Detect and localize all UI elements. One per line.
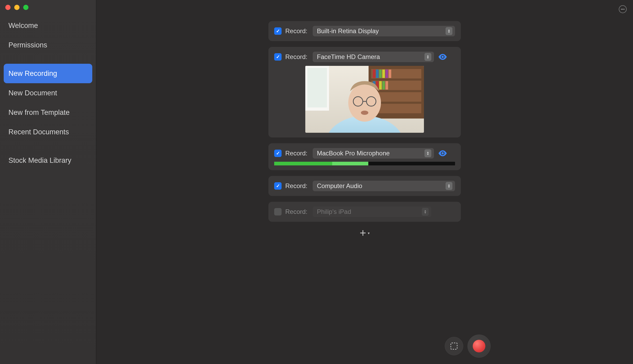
crop-area-button[interactable] <box>445 337 463 355</box>
updown-icon: ▲▼ <box>424 149 431 157</box>
updown-icon: ▲▼ <box>422 208 429 216</box>
record-label: Record: <box>285 53 309 61</box>
updown-icon: ▲▼ <box>446 182 452 190</box>
sidebar-item-label: Welcome <box>8 22 38 30</box>
sidebar-item-label: Stock Media Library <box>8 156 71 165</box>
svg-rect-11 <box>389 70 391 78</box>
record-label: Record: <box>285 208 309 215</box>
mic-level-meter <box>274 162 455 165</box>
updown-icon: ▲▼ <box>424 53 431 61</box>
recording-controls <box>445 335 491 358</box>
svg-rect-2 <box>371 69 421 78</box>
updown-icon: ▲▼ <box>446 27 452 35</box>
sidebar-item-label: New Document <box>8 89 57 97</box>
record-label: Record: <box>285 182 309 190</box>
sidebar-item-new-from-template[interactable]: New from Template <box>4 103 92 122</box>
close-window-button[interactable] <box>5 5 11 10</box>
sidebar-item-label: New from Template <box>8 109 70 117</box>
svg-rect-18 <box>307 68 327 107</box>
sidebar-item-recent-documents[interactable]: Recent Documents <box>4 122 92 142</box>
source-select-value: MacBook Pro Microphone <box>317 150 390 157</box>
source-select-value: Built-in Retina Display <box>317 27 379 35</box>
sidebar-item-new-document[interactable]: New Document <box>4 83 92 103</box>
svg-rect-10 <box>385 70 388 78</box>
ellipsis-icon: ••• <box>621 7 625 11</box>
svg-rect-7 <box>376 70 379 78</box>
more-options-button[interactable]: ••• <box>619 5 627 13</box>
svg-rect-9 <box>382 70 385 78</box>
zoom-window-button[interactable] <box>23 5 28 10</box>
main-panel: ••• ✓ Record: Built-in Retina Display ▲▼… <box>96 0 633 364</box>
preview-toggle-microphone[interactable] <box>438 148 448 158</box>
svg-rect-3 <box>371 81 421 90</box>
source-select-value: FaceTime HD Camera <box>317 53 380 61</box>
svg-rect-26 <box>451 343 457 349</box>
recording-sources: ✓ Record: Built-in Retina Display ▲▼ ✓ R… <box>268 21 461 239</box>
sidebar-item-label: New Recording <box>8 70 57 78</box>
minimize-window-button[interactable] <box>14 5 20 10</box>
record-label: Record: <box>285 27 309 35</box>
source-select-ipad[interactable]: Philip's iPad ▲▼ <box>313 206 431 217</box>
source-select-microphone[interactable]: MacBook Pro Microphone ▲▼ <box>313 148 434 159</box>
sidebar-item-stock-media-library[interactable]: Stock Media Library <box>4 151 92 170</box>
record-checkbox-camera[interactable]: ✓ <box>274 53 282 61</box>
svg-point-25 <box>361 111 368 115</box>
source-card-computer-audio: ✓ Record: Computer Audio ▲▼ <box>268 176 461 196</box>
sidebar-item-label: Permissions <box>8 41 47 49</box>
source-select-camera[interactable]: FaceTime HD Camera ▲▼ <box>313 52 434 62</box>
source-select-value: Computer Audio <box>317 182 362 190</box>
sidebar-item-welcome[interactable]: Welcome <box>4 16 92 35</box>
preview-toggle-camera[interactable] <box>438 52 448 62</box>
svg-rect-8 <box>379 70 382 78</box>
eye-icon <box>438 150 447 156</box>
record-checkbox-computer-audio[interactable]: ✓ <box>274 182 282 190</box>
sidebar-item-permissions[interactable]: Permissions <box>4 35 92 55</box>
source-select-value: Philip's iPad <box>317 208 351 215</box>
record-icon <box>473 340 485 352</box>
source-card-screen: ✓ Record: Built-in Retina Display ▲▼ <box>268 21 461 41</box>
start-recording-button[interactable] <box>467 335 491 358</box>
source-card-camera: ✓ Record: FaceTime HD Camera ▲▼ <box>268 47 461 137</box>
sidebar-item-label: Recent Documents <box>8 128 69 136</box>
svg-rect-15 <box>382 81 385 90</box>
eye-icon <box>438 54 447 60</box>
camera-preview-image <box>305 66 424 133</box>
source-select-screen[interactable]: Built-in Retina Display ▲▼ <box>313 26 455 36</box>
window-controls <box>4 2 92 16</box>
source-select-computer-audio[interactable]: Computer Audio ▲▼ <box>313 181 455 191</box>
sidebar: Welcome Permissions New Recording New Do… <box>0 0 96 364</box>
record-label: Record: <box>285 150 309 157</box>
svg-rect-16 <box>385 81 388 90</box>
svg-rect-14 <box>379 81 382 90</box>
selection-crop-icon <box>449 341 459 351</box>
record-checkbox-microphone[interactable]: ✓ <box>274 150 282 157</box>
plus-icon: + <box>360 228 366 239</box>
chevron-down-icon: ▾ <box>368 231 370 235</box>
record-checkbox-screen[interactable]: ✓ <box>274 27 282 35</box>
record-checkbox-ipad[interactable] <box>274 208 282 215</box>
svg-rect-6 <box>373 70 375 78</box>
sidebar-item-new-recording[interactable]: New Recording <box>4 64 92 83</box>
add-source-button[interactable]: + ▾ <box>268 228 461 239</box>
source-card-microphone: ✓ Record: MacBook Pro Microphone ▲▼ <box>268 143 461 170</box>
source-card-ipad: Record: Philip's iPad ▲▼ <box>268 202 461 222</box>
